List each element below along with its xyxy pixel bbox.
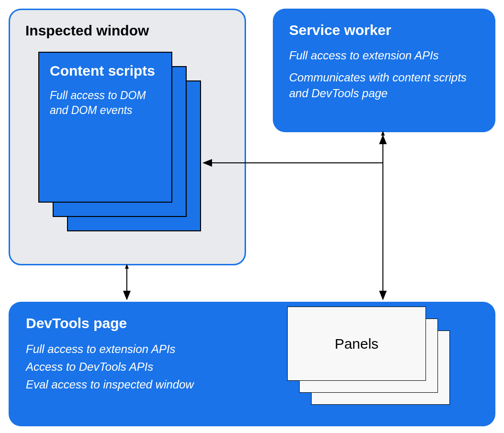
service-worker-box: Service worker Full access to extension …: [273, 9, 495, 132]
content-scripts-card-front: Content scripts Full access to DOM and D…: [38, 52, 172, 203]
panels-stack: Panels: [287, 307, 450, 402]
content-scripts-stack: Content scripts Full access to DOM and D…: [38, 52, 172, 224]
service-worker-title: Service worker: [289, 22, 479, 38]
panels-label: Panels: [335, 336, 379, 352]
inspected-window-title: Inspected window: [25, 23, 229, 39]
service-worker-line2: Communicates with content scripts and De…: [289, 70, 479, 101]
content-scripts-title: Content scripts: [50, 62, 161, 80]
panels-card-front: Panels: [287, 307, 426, 381]
content-scripts-desc: Full access to DOM and DOM events: [50, 88, 161, 118]
service-worker-line1: Full access to extension APIs: [289, 48, 479, 63]
